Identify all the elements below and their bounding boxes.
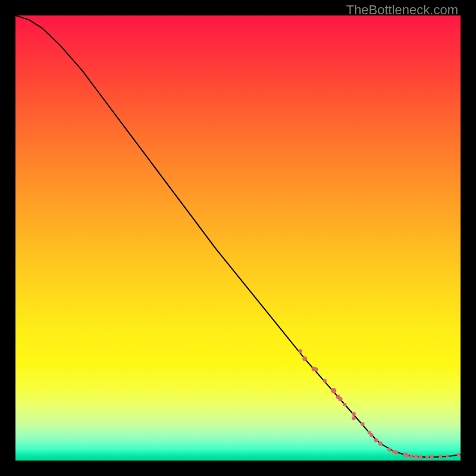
data-point bbox=[419, 455, 422, 459]
data-point bbox=[299, 349, 302, 353]
plot-area bbox=[15, 15, 461, 461]
data-point bbox=[352, 416, 356, 420]
chart-overlay bbox=[15, 15, 461, 461]
data-point bbox=[331, 388, 336, 393]
data-point bbox=[425, 456, 429, 459]
data-point bbox=[456, 453, 460, 456]
data-point bbox=[387, 447, 391, 451]
data-point bbox=[410, 455, 414, 458]
data-point bbox=[338, 397, 342, 401]
data-point bbox=[352, 412, 356, 416]
data-markers bbox=[299, 349, 461, 459]
attribution-text: TheBottleneck.com bbox=[346, 2, 458, 18]
data-point bbox=[405, 453, 409, 458]
data-point bbox=[374, 438, 378, 442]
data-point bbox=[414, 455, 418, 458]
data-point bbox=[323, 379, 327, 383]
curve-line bbox=[15, 15, 461, 457]
data-point bbox=[394, 450, 398, 455]
data-point bbox=[430, 455, 434, 459]
data-point bbox=[343, 403, 347, 406]
data-point bbox=[361, 422, 364, 426]
data-point bbox=[439, 455, 442, 459]
data-point bbox=[369, 433, 373, 437]
data-point bbox=[302, 356, 307, 361]
data-point bbox=[446, 455, 449, 458]
data-point bbox=[378, 441, 383, 446]
data-point bbox=[314, 367, 318, 371]
